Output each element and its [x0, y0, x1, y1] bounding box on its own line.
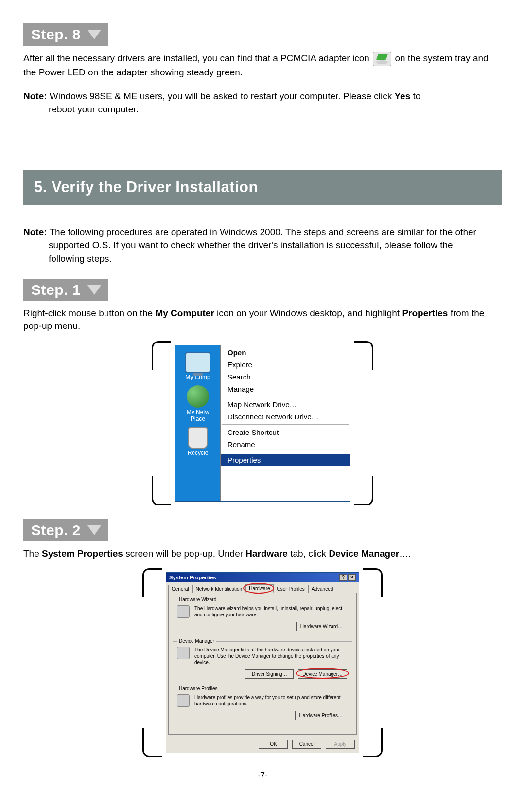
system-properties-dialog: System Properties ?× General Network Ide…	[166, 572, 359, 753]
note-label: Note:	[23, 91, 47, 101]
dialog-tabs: General Network Identification Hardware …	[166, 582, 359, 593]
device-manager-button[interactable]: Device Manager…	[298, 669, 347, 679]
step-8-label: Step. 8	[31, 26, 81, 43]
menu-item-create-shortcut[interactable]: Create Shortcut	[221, 426, 350, 438]
menu-separator	[222, 452, 349, 452]
highlight-circle-icon	[243, 583, 274, 594]
menu-item-manage[interactable]: Manage	[221, 383, 350, 395]
my-network-label-2: Place	[175, 415, 220, 422]
close-button[interactable]: ×	[348, 574, 356, 581]
page-number: -7-	[23, 771, 502, 781]
chevron-down-icon	[88, 285, 101, 295]
menu-item-map-drive[interactable]: Map Network Drive…	[221, 398, 350, 411]
chevron-down-icon	[88, 30, 101, 39]
step-2-paragraph: The System Properties screen will be pop…	[23, 547, 502, 560]
bracket-corner-icon	[354, 341, 373, 370]
device-manager-text: The Device Manager lists all the hardwar…	[194, 647, 347, 666]
tab-network-identification[interactable]: Network Identification	[192, 585, 246, 593]
recycle-bin-icon	[188, 427, 208, 449]
driver-signing-button[interactable]: Driver Signing…	[245, 669, 294, 679]
group-hardware-profiles: Hardware Profiles Hardware profiles prov…	[173, 689, 352, 725]
group-device-manager: Device Manager The Device Manager lists …	[173, 641, 352, 684]
bracket-corner-icon	[363, 728, 383, 757]
bracket-corner-icon	[363, 568, 383, 597]
help-button[interactable]: ?	[339, 574, 347, 581]
step-2-label: Step. 2	[31, 522, 81, 539]
bracket-corner-icon	[142, 728, 162, 757]
highlight-circle-icon	[296, 668, 349, 679]
step-2-badge: Step. 2	[23, 519, 108, 541]
menu-item-rename[interactable]: Rename	[221, 438, 350, 451]
group-legend: Hardware Profiles	[177, 686, 219, 691]
section-5-note: Note: The following procedures are opera…	[23, 225, 502, 266]
tab-user-profiles[interactable]: User Profiles	[274, 585, 308, 593]
dialog-footer: OK Cancel Apply	[166, 737, 359, 753]
menu-item-properties[interactable]: Properties	[221, 454, 350, 466]
step-1-label: Step. 1	[31, 282, 81, 298]
tab-general[interactable]: General	[168, 585, 192, 593]
bracket-corner-icon	[354, 476, 373, 505]
note-label: Note:	[23, 227, 47, 237]
menu-separator	[222, 397, 349, 397]
figure-1-context-menu: My Comp My Netw Place Recycle Open Explo…	[152, 341, 373, 505]
tab-advanced[interactable]: Advanced	[308, 585, 336, 593]
section-5-heading: 5. Verify the Driver Installation	[23, 170, 502, 205]
menu-item-open[interactable]: Open	[221, 346, 350, 359]
group-legend: Device Manager	[177, 638, 216, 644]
dialog-title: System Properties	[169, 575, 216, 580]
group-legend: Hardware Wizard	[177, 597, 218, 602]
hardware-profiles-button[interactable]: Hardware Profiles…	[295, 711, 347, 720]
hardware-profiles-icon	[177, 694, 190, 707]
menu-separator	[222, 424, 349, 425]
chevron-down-icon	[88, 525, 101, 535]
recycle-label: Recycle	[175, 450, 220, 456]
hardware-wizard-icon	[177, 605, 190, 618]
apply-button[interactable]: Apply	[326, 740, 355, 749]
cancel-button[interactable]: Cancel	[292, 740, 321, 749]
hardware-profiles-text: Hardware profiles provide a way for you …	[194, 694, 347, 707]
bracket-corner-icon	[152, 341, 171, 370]
ok-button[interactable]: OK	[259, 740, 288, 749]
menu-item-search[interactable]: Search…	[221, 371, 350, 383]
group-hardware-wizard: Hardware Wizard The Hardware wizard help…	[173, 600, 352, 636]
step-1-paragraph: Right-click mouse button on the My Compu…	[23, 307, 502, 332]
hardware-wizard-text: The Hardware wizard helps you install, u…	[194, 605, 347, 618]
my-network-places-icon	[187, 385, 209, 408]
my-computer-icon	[185, 352, 210, 373]
bracket-corner-icon	[142, 568, 162, 597]
desktop-strip: My Comp My Netw Place Recycle	[175, 345, 220, 501]
context-menu: Open Explore Search… Manage Map Network …	[220, 345, 350, 501]
tab-hardware[interactable]: Hardware	[245, 584, 273, 593]
my-network-label-1: My Netw	[175, 409, 220, 415]
menu-item-disconnect-drive[interactable]: Disconnect Network Drive…	[221, 411, 350, 423]
step-8-badge: Step. 8	[23, 23, 108, 46]
hardware-wizard-button[interactable]: Hardware Wizard…	[296, 622, 347, 631]
step-8-paragraph: After all the necessary drivers are inst…	[23, 52, 502, 79]
bracket-corner-icon	[152, 476, 171, 505]
dialog-titlebar: System Properties ?×	[166, 573, 359, 582]
pcmcia-tray-icon	[373, 52, 391, 66]
step-1-badge: Step. 1	[23, 279, 108, 301]
menu-item-explore[interactable]: Explore	[221, 359, 350, 371]
step-8-note: Note: Windows 98SE & ME users, you will …	[23, 90, 502, 116]
figure-2-system-properties: System Properties ?× General Network Ide…	[142, 568, 383, 757]
device-manager-icon	[177, 647, 190, 659]
dialog-panel: Hardware Wizard The Hardware wizard help…	[168, 593, 357, 735]
